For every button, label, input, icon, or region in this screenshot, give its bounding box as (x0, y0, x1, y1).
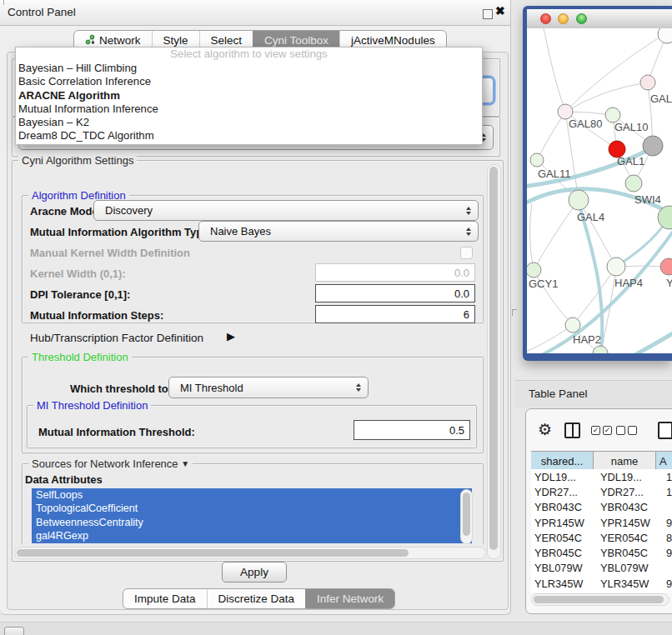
table-row[interactable]: YBR045CYBR045C9. (531, 545, 672, 560)
network-window-titlebar[interactable] (527, 9, 672, 29)
table-cell[interactable]: YLR345W (597, 578, 663, 590)
settings-vscrollbar-thumb[interactable] (489, 167, 498, 550)
hub-definition-toggle[interactable]: Hub/Transcription Factor Definition (30, 332, 203, 344)
network-node[interactable] (640, 75, 655, 90)
network-edge[interactable] (579, 200, 616, 267)
select-all-columns-icon[interactable]: ✓✓ (591, 426, 612, 435)
network-node[interactable] (530, 153, 544, 167)
algorithm-option[interactable]: Mutual Information Inference (16, 102, 482, 116)
table-body[interactable]: YDL19...YDL19...13YDR27...YDR27...12YBR0… (531, 469, 672, 592)
column-header-partial[interactable]: A (656, 452, 672, 470)
algorithm-option[interactable]: Dream8 DC_TDC Algorithm (16, 129, 482, 142)
network-node[interactable] (643, 136, 663, 156)
network-node[interactable] (660, 258, 672, 275)
table-cell[interactable]: YDL19... (531, 471, 597, 483)
table-hscrollbar-thumb[interactable] (534, 596, 664, 603)
network-edge[interactable] (544, 28, 565, 112)
table-row[interactable]: YPR145WYPR145W9. (531, 515, 672, 530)
dpi-tolerance-field[interactable]: 0.0 (315, 284, 475, 302)
network-edge[interactable] (565, 37, 660, 112)
algorithm-option[interactable]: ARACNE Algorithm (16, 89, 482, 102)
settings-vscrollbar[interactable] (487, 164, 501, 559)
table-row[interactable]: YDL19...YDL19...13 (531, 469, 672, 484)
table-cell[interactable]: 9. (663, 578, 672, 590)
attribute-list-item[interactable]: TopologicalCoefficient (32, 502, 472, 515)
table-row[interactable]: YDR27...YDR27...12 (531, 484, 672, 499)
network-edge-highlighted[interactable] (625, 328, 672, 353)
collapsed-arrow-icon[interactable]: ▶ (227, 330, 235, 342)
mi-threshold-field[interactable]: 0.5 (354, 420, 470, 440)
split-view-icon[interactable] (564, 422, 580, 438)
data-attributes-list[interactable]: SelfLoopsTopologicalCoefficientBetweenne… (32, 488, 472, 543)
settings-hscrollbar[interactable] (14, 547, 486, 559)
which-threshold-combobox[interactable]: MI Threshold (168, 377, 369, 398)
algorithm-option[interactable]: Bayesian – K2 (16, 116, 482, 129)
network-node[interactable] (658, 28, 672, 43)
table-cell[interactable]: 9. (663, 547, 672, 559)
column-header-name[interactable]: name (594, 452, 656, 470)
attribute-list-item[interactable]: SelfLoops (32, 488, 472, 502)
table-cell[interactable]: 13 (663, 471, 672, 483)
network-node[interactable] (625, 175, 642, 192)
table-cell[interactable]: YBR045C (531, 547, 597, 559)
network-node[interactable] (607, 258, 625, 276)
deselect-all-columns-icon[interactable] (616, 426, 637, 435)
network-node[interactable] (593, 346, 608, 353)
table-cell[interactable]: YER054C (531, 532, 597, 544)
table-file-icon[interactable] (658, 422, 672, 439)
column-header-shared-name[interactable]: shared... (531, 452, 594, 470)
table-cell[interactable]: YBR045C (597, 547, 663, 559)
network-node[interactable] (565, 318, 580, 332)
table-row[interactable]: YER054CYER054C8. (531, 530, 672, 545)
attributes-scrollbar-thumb[interactable] (463, 492, 470, 536)
float-window-icon[interactable] (483, 9, 493, 19)
table-cell[interactable]: YBR043C (597, 501, 663, 513)
zoom-traffic-light-icon[interactable] (576, 13, 587, 24)
table-cell[interactable]: YER054C (597, 532, 663, 544)
close-traffic-light-icon[interactable] (540, 13, 551, 24)
table-cell[interactable]: YBL079W (597, 562, 663, 574)
cut-off-button[interactable] (4, 627, 24, 635)
algorithm-option[interactable]: Basic Correlation Inference (16, 75, 482, 88)
table-cell[interactable]: YDL19... (597, 471, 663, 483)
panel-divider-grip[interactable] (512, 309, 517, 316)
kernel-width-field[interactable]: 0.0 (315, 263, 475, 282)
network-edge[interactable] (537, 112, 565, 160)
table-cell[interactable]: YBR043C (531, 501, 597, 513)
algorithm-option[interactable]: Bayesian – Hill Climbing (16, 62, 482, 75)
manual-kernel-checkbox[interactable] (460, 247, 473, 259)
network-node[interactable] (527, 262, 541, 278)
table-cell[interactable]: 8. (663, 532, 672, 544)
expanded-arrow-icon[interactable]: ▼ (181, 459, 189, 468)
gear-icon[interactable]: ⚙ (538, 420, 552, 439)
settings-hscrollbar-thumb[interactable] (17, 549, 409, 557)
table-row[interactable]: YLR345WYLR345W9. (531, 576, 672, 591)
aracne-mode-combobox[interactable]: Discovery (93, 200, 479, 221)
network-edge[interactable] (534, 200, 579, 270)
network-canvas[interactable]: GALGAL80GAL10GAL1GAL11SWI4GAL4GCY1HAP4YH… (527, 28, 672, 353)
mi-type-combobox[interactable]: Naive Bayes (198, 221, 479, 242)
minimize-traffic-light-icon[interactable] (558, 13, 569, 24)
network-graph[interactable]: GALGAL80GAL10GAL1GAL11SWI4GAL4GCY1HAP4YH… (527, 28, 672, 353)
table-row[interactable]: YIL052CYIL052C9. (531, 591, 672, 592)
table-cell[interactable]: YDR27... (597, 486, 663, 498)
table-cell[interactable]: YPR145W (597, 517, 663, 529)
network-edge[interactable] (529, 203, 534, 270)
table-hscrollbar[interactable] (531, 593, 669, 606)
table-cell[interactable]: YPR145W (531, 517, 597, 529)
bottom-tab-impute-data[interactable]: Impute Data (123, 589, 207, 608)
table-row[interactable]: YBR043CYBR043C (531, 500, 672, 515)
mi-steps-field[interactable]: 6 (315, 305, 475, 323)
table-cell[interactable]: 12 (663, 486, 672, 498)
table-row[interactable]: YBL079WYBL079W (531, 561, 672, 576)
network-edge[interactable] (573, 267, 616, 325)
attribute-list-item[interactable]: BetweennessCentrality (32, 516, 472, 529)
table-cell[interactable]: YBL079W (531, 562, 597, 574)
attributes-scrollbar[interactable] (460, 489, 473, 544)
network-node[interactable] (569, 190, 589, 210)
table-cell[interactable]: 9. (663, 517, 672, 529)
close-icon[interactable]: ✖ (495, 4, 505, 18)
table-cell[interactable]: YDR27... (531, 486, 597, 498)
apply-button[interactable]: Apply (222, 562, 287, 582)
attribute-list-item[interactable]: gal4RGexp (32, 529, 472, 542)
